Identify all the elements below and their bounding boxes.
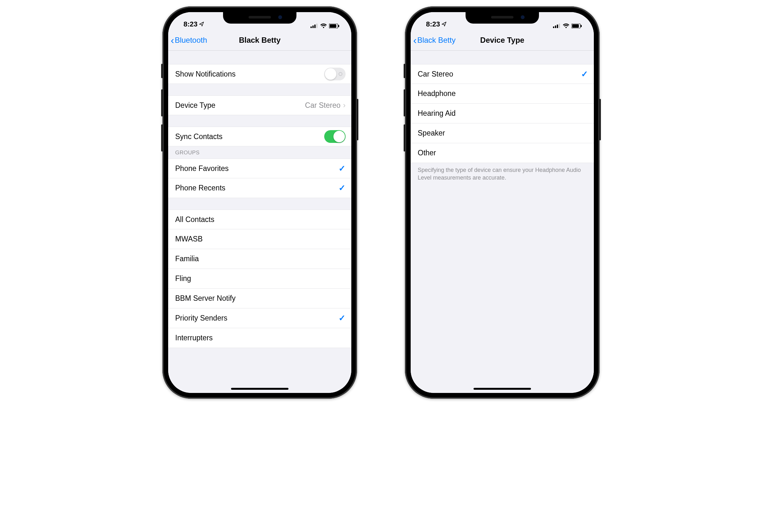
row-show-notifications[interactable]: Show Notifications [168,64,351,84]
row-fling[interactable]: Fling [168,269,351,289]
section-footer: Specifying the type of device can ensure… [411,163,594,185]
battery-icon [572,24,582,29]
phone-mockup-left: 8:23 ‹ Bluetooth [162,6,357,399]
svg-rect-2 [314,25,316,28]
check-icon: ✓ [581,69,588,79]
row-all-contacts[interactable]: All Contacts [168,210,351,229]
row-label: Device Type [175,101,215,110]
page-title: Device Type [480,36,524,45]
svg-rect-8 [555,26,556,28]
row-phone-recents[interactable]: Phone Recents ✓ [168,178,351,198]
option-label: Speaker [418,129,445,137]
page-title: Black Betty [239,36,281,45]
signal-icon [553,24,561,28]
home-indicator[interactable] [474,388,531,390]
back-button[interactable]: ‹ Bluetooth [168,35,207,45]
wifi-icon [563,23,570,29]
option-headphone[interactable]: Headphone [411,84,594,104]
row-device-type[interactable]: Device Type Car Stereo › [168,96,351,115]
row-label: Interrupters [175,334,213,342]
option-other[interactable]: Other [411,143,594,163]
device-type-list: Car Stereo ✓ Headphone Hearing Aid Speak… [411,51,594,393]
notch [466,12,539,24]
signal-icon [311,24,318,28]
check-icon: ✓ [339,164,345,173]
battery-icon [329,24,339,29]
row-label: Sync Contacts [175,132,222,141]
svg-rect-10 [559,24,560,28]
svg-rect-13 [581,25,582,27]
row-bbm-server-notify[interactable]: BBM Server Notify [168,289,351,308]
svg-rect-5 [330,24,336,28]
row-priority-senders[interactable]: Priority Senders ✓ [168,308,351,328]
option-label: Other [418,149,436,157]
row-label: MWASB [175,235,203,243]
row-sync-contacts[interactable]: Sync Contacts [168,127,351,146]
svg-rect-1 [312,26,314,28]
nav-bar: ‹ Bluetooth Black Betty [168,30,351,51]
row-familia[interactable]: Familia [168,249,351,269]
option-car-stereo[interactable]: Car Stereo ✓ [411,64,594,84]
row-phone-favorites[interactable]: Phone Favorites ✓ [168,159,351,178]
svg-rect-3 [316,24,318,28]
phone-mockup-right: 8:23 ‹ Black Betty [405,6,600,399]
option-label: Hearing Aid [418,109,456,118]
chevron-left-icon: ‹ [171,35,175,45]
row-label: Priority Senders [175,314,228,322]
settings-list: Show Notifications Device Type Car Stere… [168,51,351,393]
svg-rect-7 [553,27,554,28]
row-label: Phone Recents [175,184,225,192]
location-icon [199,22,204,27]
svg-rect-9 [557,25,558,28]
row-label: BBM Server Notify [175,294,236,303]
row-label: All Contacts [175,215,214,224]
nav-bar: ‹ Black Betty Device Type [411,30,594,51]
notch [223,12,296,24]
wifi-icon [320,23,327,29]
status-time: 8:23 [426,20,440,29]
back-button[interactable]: ‹ Black Betty [411,35,456,45]
check-icon: ✓ [339,313,345,323]
location-icon [442,22,447,27]
back-label: Black Betty [418,36,456,45]
option-label: Car Stereo [418,70,453,79]
back-label: Bluetooth [175,36,207,45]
option-speaker[interactable]: Speaker [411,123,594,143]
svg-rect-12 [572,24,579,28]
svg-rect-0 [311,27,312,28]
toggle-sync-contacts[interactable] [324,130,345,143]
svg-rect-6 [338,25,339,27]
row-label: Fling [175,274,191,283]
row-label: Phone Favorites [175,164,228,173]
section-header-groups: GROUPS [168,146,351,159]
option-hearing-aid[interactable]: Hearing Aid [411,104,594,123]
row-mwasb[interactable]: MWASB [168,229,351,249]
row-interrupters[interactable]: Interrupters [168,328,351,348]
status-time: 8:23 [184,20,197,29]
chevron-right-icon: › [343,101,345,110]
toggle-show-notifications[interactable] [324,68,345,80]
option-label: Headphone [418,89,456,98]
row-label: Familia [175,254,199,263]
row-label: Show Notifications [175,70,236,79]
check-icon: ✓ [339,183,345,193]
chevron-left-icon: ‹ [413,35,418,45]
row-value: Car Stereo [305,101,341,110]
home-indicator[interactable] [231,388,288,390]
